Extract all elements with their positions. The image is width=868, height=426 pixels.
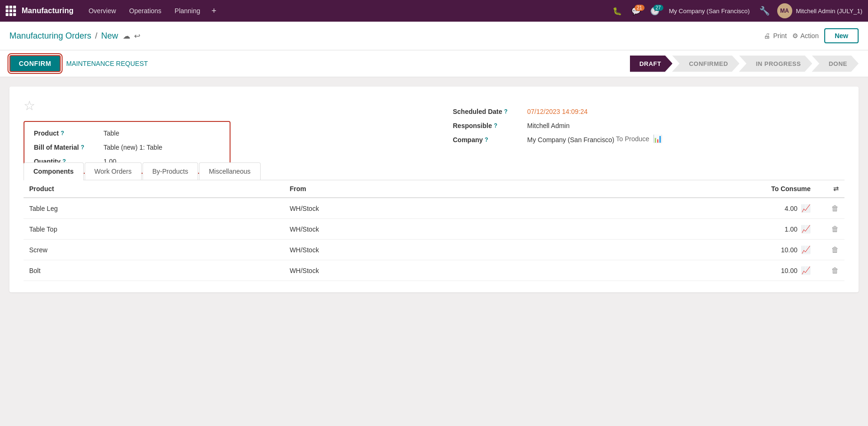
scheduled-date-help-icon[interactable]: ? xyxy=(504,108,508,115)
avatar[interactable]: MA xyxy=(777,3,792,18)
table-row: Screw WH/Stock 10.00 📈 🗑 xyxy=(24,240,844,260)
settings-wrench-icon[interactable]: 🔧 xyxy=(756,3,773,19)
bom-field: Bill of Material ? Table (new) 1: Table xyxy=(34,144,220,151)
row-0-to-consume: 4.00 📈 xyxy=(550,204,811,213)
row-3-product[interactable]: Bolt xyxy=(29,267,290,274)
product-label: Product ? xyxy=(34,129,100,137)
print-button[interactable]: 🖨 Print xyxy=(764,32,787,40)
row-0-delete-icon[interactable]: 🗑 xyxy=(831,204,839,213)
row-2-chart-icon[interactable]: 📈 xyxy=(801,245,811,254)
add-menu-button[interactable]: + xyxy=(208,3,221,19)
row-1-delete-icon[interactable]: 🗑 xyxy=(831,225,839,233)
status-pipeline: DRAFT CONFIRMED IN PROGRESS DONE xyxy=(630,56,859,72)
maintenance-request-link[interactable]: MAINTENANCE REQUEST xyxy=(66,60,148,67)
gear-icon: ⚙ xyxy=(792,32,798,40)
tab-miscellaneous[interactable]: Miscellaneous xyxy=(199,162,261,180)
responsible-field: Responsible ? Mitchell Admin xyxy=(453,122,845,129)
breadcrumb-separator: / xyxy=(95,31,97,41)
tab-work-orders[interactable]: Work Orders xyxy=(85,162,142,180)
product-help-icon[interactable]: ? xyxy=(61,130,64,137)
company-help-icon[interactable]: ? xyxy=(485,137,488,143)
chat-icon[interactable]: 💬 21 xyxy=(628,4,645,18)
row-1-chart-icon[interactable]: 📈 xyxy=(801,225,811,233)
bom-help-icon[interactable]: ? xyxy=(81,144,84,151)
row-3-to-consume: 10.00 📈 xyxy=(550,266,811,275)
company-value: My Company (San Francisco) xyxy=(527,136,614,144)
cloud-upload-icon[interactable]: ☁ xyxy=(123,32,130,40)
breadcrumb-icons: ☁ ↩ xyxy=(123,32,140,40)
undo-icon[interactable]: ↩ xyxy=(134,32,140,40)
product-value[interactable]: Table xyxy=(104,129,119,137)
top-navigation: Manufacturing Overview Operations Planni… xyxy=(0,0,868,22)
breadcrumb-parent[interactable]: Manufacturing Orders xyxy=(9,31,91,41)
breadcrumb-current: New xyxy=(101,31,118,41)
row-0-actions: 🗑 xyxy=(811,204,839,213)
company-field: Company ? My Company (San Francisco) xyxy=(453,136,845,144)
breadcrumb-bar: Manufacturing Orders / New ☁ ↩ 🖨 Print ⚙… xyxy=(0,22,868,50)
scheduled-date-value[interactable]: 07/12/2023 14:09:24 xyxy=(527,108,588,115)
row-3-delete-icon[interactable]: 🗑 xyxy=(831,266,839,275)
table-header: Product From To Consume ⇄ xyxy=(24,180,844,198)
row-2-actions: 🗑 xyxy=(811,246,839,254)
row-0-chart-icon[interactable]: 📈 xyxy=(801,204,811,213)
product-field: Product ? Table xyxy=(34,129,220,137)
printer-icon: 🖨 xyxy=(764,32,770,40)
activity-badge: 27 xyxy=(653,5,663,11)
row-3-chart-icon[interactable]: 📈 xyxy=(801,266,811,275)
row-1-product[interactable]: Table Top xyxy=(29,225,290,233)
bom-value[interactable]: Table (new) 1: Table xyxy=(104,144,162,151)
form-right-fields: Scheduled Date ? 07/12/2023 14:09:24 Res… xyxy=(434,108,845,144)
row-2-from[interactable]: WH/Stock xyxy=(290,246,550,254)
tab-components[interactable]: Components xyxy=(24,162,84,180)
pipeline-step-draft[interactable]: DRAFT xyxy=(630,56,673,72)
row-0-product[interactable]: Table Leg xyxy=(29,205,290,212)
row-2-to-consume: 10.00 📈 xyxy=(550,245,811,254)
row-1-from[interactable]: WH/Stock xyxy=(290,225,550,233)
tab-by-products[interactable]: By-Products xyxy=(143,162,198,180)
tabs-bar: Components Work Orders By-Products Misce… xyxy=(24,162,844,180)
pipeline-step-done[interactable]: DONE xyxy=(812,56,859,72)
nav-planning[interactable]: Planning xyxy=(169,4,206,17)
pipeline-step-confirmed[interactable]: CONFIRMED xyxy=(672,56,739,72)
apps-grid-icon[interactable] xyxy=(6,6,16,16)
row-3-actions: 🗑 xyxy=(811,266,839,275)
scheduled-date-field: Scheduled Date ? 07/12/2023 14:09:24 xyxy=(453,108,845,115)
breadcrumb-actions: 🖨 Print ⚙ Action New xyxy=(764,28,859,43)
row-1-to-consume: 1.00 📈 xyxy=(550,225,811,233)
responsible-label: Responsible ? xyxy=(453,122,524,129)
table-row: Table Top WH/Stock 1.00 📈 🗑 xyxy=(24,219,844,240)
new-button[interactable]: New xyxy=(824,28,859,43)
col-product-header: Product xyxy=(29,185,290,193)
row-3-from[interactable]: WH/Stock xyxy=(290,267,550,274)
action-bar: CONFIRM MAINTENANCE REQUEST DRAFT CONFIR… xyxy=(0,50,868,77)
col-to-consume-header: To Consume xyxy=(550,185,811,193)
components-table: Product From To Consume ⇄ Table Leg WH/S… xyxy=(24,180,844,281)
responsible-value[interactable]: Mitchell Admin xyxy=(527,122,570,129)
company-name: My Company (San Francisco) xyxy=(669,8,750,15)
row-2-delete-icon[interactable]: 🗑 xyxy=(831,246,839,254)
table-row: Table Leg WH/Stock 4.00 📈 🗑 xyxy=(24,198,844,219)
scheduled-date-label: Scheduled Date ? xyxy=(453,108,524,115)
bug-icon[interactable]: 🐛 xyxy=(609,4,626,18)
chat-badge: 21 xyxy=(635,5,645,11)
row-0-from[interactable]: WH/Stock xyxy=(290,205,550,212)
company-label: Company ? xyxy=(453,136,524,144)
pipeline-step-inprogress[interactable]: IN PROGRESS xyxy=(739,56,812,72)
nav-overview[interactable]: Overview xyxy=(83,4,121,17)
activity-icon[interactable]: 🕐 27 xyxy=(646,4,663,18)
row-1-actions: 🗑 xyxy=(811,225,839,233)
form-card: ☆ Product ? Table Bill of Material ? Tab… xyxy=(9,87,859,292)
app-name: Manufacturing xyxy=(22,7,73,15)
nav-operations[interactable]: Operations xyxy=(124,4,167,17)
col-from-header: From xyxy=(290,185,550,193)
table-row: Bolt WH/Stock 10.00 📈 🗑 xyxy=(24,260,844,281)
column-filter-icon[interactable]: ⇄ xyxy=(833,185,839,193)
action-button[interactable]: ⚙ Action xyxy=(792,32,819,40)
confirm-button[interactable]: CONFIRM xyxy=(9,55,61,72)
user-name[interactable]: Mitchell Admin (JULY_1) xyxy=(796,8,862,15)
responsible-help-icon[interactable]: ? xyxy=(494,122,497,129)
row-2-product[interactable]: Screw xyxy=(29,246,290,254)
bom-label: Bill of Material ? xyxy=(34,144,100,151)
main-content: ☆ Product ? Table Bill of Material ? Tab… xyxy=(0,77,868,302)
